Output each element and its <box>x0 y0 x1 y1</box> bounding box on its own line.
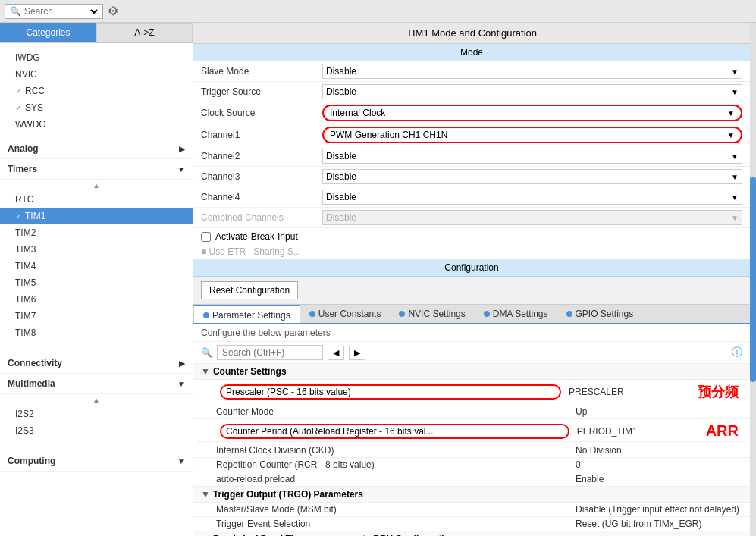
sidebar-item-rtc[interactable]: RTC <box>0 191 193 208</box>
counter-period-highlight: Counter Period (AutoReload Register - 16… <box>220 424 569 439</box>
user-constants-label: User Constants <box>318 309 381 319</box>
channel2-select[interactable]: Disable ▼ <box>322 149 742 164</box>
i2s2-label: I2S2 <box>15 409 34 419</box>
trgo-group[interactable]: ▼ Trigger Output (TRGO) Parameters <box>193 487 750 503</box>
sidebar-item-tim6[interactable]: TIM6 <box>0 291 193 308</box>
tab-nvic-settings[interactable]: NVIC Settings <box>390 305 474 323</box>
scroll-up-arrow2[interactable]: ▲ <box>0 394 193 406</box>
combined-channels-label: Combined Channels <box>201 212 322 223</box>
tab-user-constants[interactable]: User Constants <box>300 305 391 323</box>
trigger-event-row: Trigger Event Selection Reset (UG bit fr… <box>193 517 750 531</box>
sidebar-item-tim3[interactable]: TIM3 <box>0 241 193 258</box>
internal-clock-div-value[interactable]: No Division <box>576 445 742 456</box>
sidebar-item-sys[interactable]: ✓SYS <box>0 99 193 116</box>
prescaler-value[interactable]: PRESCALER <box>561 387 690 397</box>
search-input[interactable] <box>24 6 85 17</box>
gpio-settings-dot <box>566 311 572 317</box>
params-area[interactable]: ▼ Counter Settings Prescaler (PSC - 16 b… <box>193 364 750 536</box>
prescaler-chinese: 预分频 <box>698 383 739 401</box>
sidebar-item-tim7[interactable]: TIM7 <box>0 308 193 324</box>
channel1-select[interactable]: PWM Generation CH1 CH1N ▼ <box>322 127 742 143</box>
clock-source-select[interactable]: Internal Clock ▼ <box>322 105 742 121</box>
section-multimedia[interactable]: Multimedia ▼ <box>0 374 193 394</box>
sidebar-item-wwdg[interactable]: WWDG <box>0 116 193 133</box>
trgo-label: Trigger Output (TRGO) Parameters <box>213 489 363 500</box>
search-box[interactable]: 🔍 <box>5 4 103 19</box>
sidebar-scroll[interactable]: IWDG NVIC ✓RCC ✓SYS WWDG Analog ▶ Timers… <box>0 43 193 536</box>
tab-parameter-settings[interactable]: Parameter Settings <box>193 305 300 324</box>
tim3-label: TIM3 <box>15 244 36 255</box>
section-computing[interactable]: Computing ▼ <box>0 451 193 472</box>
slave-mode-select[interactable]: Disable ▼ <box>322 64 742 79</box>
trigger-source-select[interactable]: Disable ▼ <box>322 84 742 99</box>
reset-config-button[interactable]: Reset Configuration <box>201 281 298 299</box>
trigger-source-label: Trigger Source <box>201 86 322 97</box>
sidebar-item-i2s3[interactable]: I2S3 <box>0 422 193 439</box>
mode-section: Mode Slave Mode Disable ▼ Trigger Source… <box>193 44 750 259</box>
param-search-bar: 🔍 ◀ ▶ ⓘ <box>193 342 750 364</box>
i2s3-label: I2S3 <box>15 425 34 436</box>
channel3-select[interactable]: Disable ▼ <box>322 169 742 184</box>
next-result-button[interactable]: ▶ <box>349 346 365 360</box>
param-settings-dot <box>203 312 209 318</box>
sidebar-item-tim8[interactable]: TIM8 <box>0 324 193 341</box>
counter-mode-row: Counter Mode Up <box>193 405 750 419</box>
brk-group[interactable]: ▼ Break And Dead Time management - BRK C… <box>193 531 750 536</box>
connectivity-label: Connectivity <box>8 358 62 368</box>
counter-period-name: Counter Period (AutoReload Register - 16… <box>226 426 433 437</box>
prescaler-name: Prescaler (PSC - 16 bits value) <box>226 387 351 397</box>
auto-reload-name: auto-reload preload <box>216 474 576 484</box>
param-search-input[interactable] <box>217 345 323 360</box>
sidebar-item-rcc[interactable]: ✓RCC <box>0 83 193 99</box>
scrollbar-thumb <box>750 177 756 382</box>
prescaler-row: Prescaler (PSC - 16 bits value) PRESCALE… <box>197 381 746 403</box>
master-slave-value[interactable]: Disable (Trigger input effect not delaye… <box>576 504 742 515</box>
sidebar-item-iwdg[interactable]: IWDG <box>0 49 193 66</box>
combined-channels-arrow-icon: ▼ <box>731 214 739 222</box>
tab-categories[interactable]: Categories <box>0 23 96 42</box>
counter-period-row: Counter Period (AutoReload Register - 16… <box>197 421 746 442</box>
sidebar-item-i2s2[interactable]: I2S2 <box>0 406 193 422</box>
channel4-select[interactable]: Disable ▼ <box>322 190 742 205</box>
sidebar-item-tim1[interactable]: ✓TIM1 <box>0 208 193 224</box>
counter-settings-group[interactable]: ▼ Counter Settings <box>193 364 750 380</box>
scroll-up-arrow[interactable]: ▲ <box>0 180 193 191</box>
tab-gpio-settings[interactable]: GPIO Settings <box>557 305 643 323</box>
more-options-label: ■ Use ETR Sharing S... <box>201 246 301 257</box>
section-timers[interactable]: Timers ▼ <box>0 159 193 180</box>
sidebar-item-nvic[interactable]: NVIC <box>0 66 193 83</box>
section-analog[interactable]: Analog ▶ <box>0 139 193 159</box>
auto-reload-value[interactable]: Enable <box>576 474 742 484</box>
search-icon: 🔍 <box>10 6 21 17</box>
activate-break-checkbox[interactable] <box>201 232 211 242</box>
sidebar-item-tim4[interactable]: TIM4 <box>0 258 193 274</box>
counter-mode-value[interactable]: Up <box>576 406 742 417</box>
prev-result-button[interactable]: ◀ <box>328 346 344 360</box>
sidebar-tabs: Categories A->Z <box>0 23 193 43</box>
internal-clock-div-name: Internal Clock Division (CKD) <box>216 445 576 456</box>
trigger-source-row: Trigger Source Disable ▼ <box>193 82 750 102</box>
right-scrollbar[interactable] <box>750 23 756 536</box>
arr-chinese: ARR <box>706 422 739 440</box>
param-search-icon: 🔍 <box>201 347 212 358</box>
sidebar-item-tim5[interactable]: TIM5 <box>0 274 193 291</box>
counter-period-value[interactable]: PERIOD_TIM1 <box>569 426 698 437</box>
tab-az[interactable]: A->Z <box>96 23 193 42</box>
rep-counter-value[interactable]: 0 <box>576 459 742 470</box>
sys-label: SYS <box>25 102 43 113</box>
user-constants-dot <box>309 311 315 317</box>
info-icon[interactable]: ⓘ <box>732 346 742 359</box>
gear-icon[interactable]: ⚙ <box>108 4 118 18</box>
sidebar-item-tim2[interactable]: TIM2 <box>0 224 193 241</box>
tab-dma-settings[interactable]: DMA Settings <box>475 305 557 323</box>
trigger-event-value[interactable]: Reset (UG bit from TIMx_EGR) <box>576 519 742 529</box>
channel3-arrow-icon: ▼ <box>731 173 739 181</box>
search-dropdown[interactable] <box>85 6 100 17</box>
more-options-row: ■ Use ETR Sharing S... <box>193 245 750 259</box>
slave-mode-label: Slave Mode <box>201 66 322 77</box>
clock-source-label: Clock Source <box>201 108 322 118</box>
prescaler-highlight: Prescaler (PSC - 16 bits value) <box>220 384 561 400</box>
section-connectivity[interactable]: Connectivity ▶ <box>0 353 193 374</box>
top-bar: 🔍 ⚙ <box>0 0 756 23</box>
config-toolbar: Reset Configuration <box>193 277 750 305</box>
